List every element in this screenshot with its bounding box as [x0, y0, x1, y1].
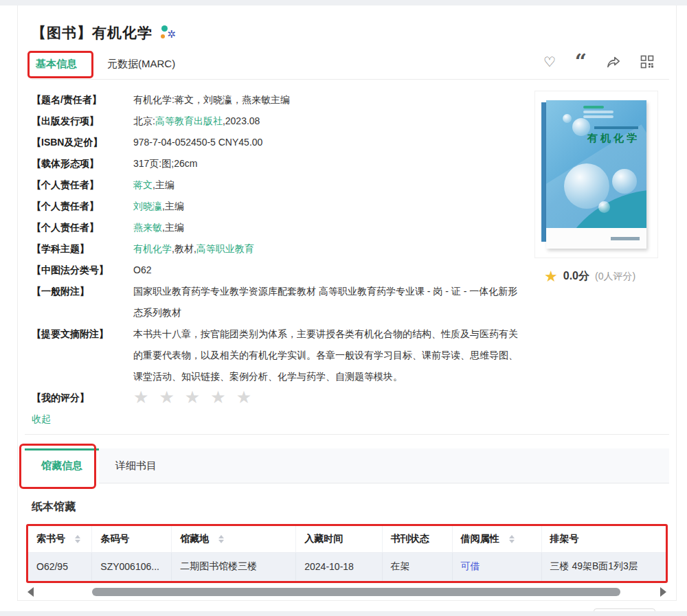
detail-value: 刘晓瀛,主编 [133, 196, 522, 217]
rating-score: 0.0分 [563, 269, 589, 284]
detail-body: 【题名/责任者】有机化学:蒋文，刘晓瀛，燕来敏主编【出版发行项】北京:高等教育出… [25, 89, 669, 411]
detail-row: 【ISBN及定价】978-7-04-052450-5 CNY45.00 [32, 132, 522, 153]
detail-row: 【个人责任者】蒋文,主编 [32, 174, 522, 196]
detail-link[interactable]: 刘晓瀛 [133, 201, 162, 212]
star-icon: ★ [544, 270, 558, 284]
detail-value: 978-7-04-052450-5 CNY45.00 [133, 132, 522, 153]
detail-label: 【我的评分】 [32, 387, 133, 411]
column-header-label: 排架号 [550, 533, 579, 544]
detail-text: 有机化学:蒋文，刘晓瀛，燕来敏主编 [133, 94, 290, 105]
detail-text: ,主编 [153, 179, 174, 190]
detail-text: 国家职业教育药学专业教学资源库配套教材 高等职业教育药学专业课 - 岗 - 证 … [133, 286, 517, 318]
tab-detailed-bibliography[interactable]: 详细书目 [99, 448, 173, 483]
scrollbar-track[interactable] [36, 588, 657, 596]
detail-label: 【中图法分类号】 [32, 260, 133, 281]
tab-marc-metadata[interactable]: 元数据(MARC) [107, 58, 175, 71]
cell-text: 2024-10-18 [304, 561, 354, 572]
book-front: 有机化学 [546, 100, 646, 249]
detail-label: 【学科主题】 [32, 238, 133, 260]
cell-text: 二期图书馆楼三楼 [180, 560, 257, 571]
detail-value: 北京:高等教育出版社,2023.08 [133, 111, 522, 132]
detail-row: 【个人责任者】刘晓瀛,主编 [32, 196, 522, 217]
cell-text: 三楼 49架B面1列3层 [550, 560, 638, 571]
detail-text: ,2023.08 [223, 115, 260, 126]
table-cell: 三楼 49架B面1列3层 [541, 552, 666, 581]
flower-icon: ✲ [161, 25, 176, 41]
book-cover: 有机化学 [534, 91, 658, 258]
scroll-left-arrow-icon[interactable] [27, 587, 34, 597]
detail-link[interactable]: 蒋文 [133, 179, 153, 190]
table-cell: 在架 [382, 552, 452, 581]
sort-icon[interactable] [75, 535, 80, 543]
table-cell: 可借 [452, 552, 541, 581]
table-cell: 2024-10-18 [296, 552, 382, 581]
detail-row: 【一般附注】国家职业教育药学专业教学资源库配套教材 高等职业教育药学专业课 - … [32, 281, 522, 323]
page-title: 【图书】有机化学 [32, 23, 153, 43]
detail-link[interactable]: 高等职业教育 [196, 243, 254, 254]
detail-value: ★★★★★ [133, 387, 522, 411]
page-title-row: 【图书】有机化学 ✲ [25, 5, 669, 43]
cell-text: 在架 [391, 560, 410, 571]
detail-text: 317页:图;26cm [133, 158, 197, 169]
detail-value: O62 [133, 260, 522, 281]
page-top-strip [0, 0, 687, 5]
column-header: 馆藏地 [172, 526, 296, 552]
detail-row: 【提要文摘附注】本书共十八章，按官能团类别为体系，主要讲授各类有机化合物的结构、… [32, 323, 522, 387]
scroll-right-arrow-icon[interactable] [660, 587, 666, 597]
column-header-label: 馆藏地 [180, 533, 209, 544]
detail-list: 【题名/责任者】有机化学:蒋文，刘晓瀛，燕来敏主编【出版发行项】北京:高等教育出… [32, 89, 534, 411]
page-bottom-strip [0, 611, 687, 616]
detail-text: ,教材, [172, 243, 196, 254]
detail-value: 燕来敏,主编 [133, 217, 522, 238]
heart-icon[interactable]: ♡ [543, 54, 556, 70]
column-header: 排架号 [541, 526, 666, 552]
borrowable-link[interactable]: 可借 [461, 560, 480, 571]
detail-row: 【中图法分类号】O62 [32, 260, 522, 281]
column-header-label: 索书号 [36, 533, 65, 544]
detail-label: 【个人责任者】 [32, 174, 133, 196]
detail-link[interactable]: 有机化学 [133, 243, 172, 254]
tab-holdings-info[interactable]: 馆藏信息 [25, 448, 99, 483]
detail-label: 【一般附注】 [32, 281, 133, 323]
rating-summary: ★ 0.0分 (0人评分) [544, 269, 669, 284]
section-divider [25, 434, 669, 435]
detail-row: 【题名/责任者】有机化学:蒋文，刘晓瀛，燕来敏主编 [32, 89, 522, 111]
scrollbar-thumb[interactable] [92, 588, 620, 596]
table-body: O62/95SZY006106...二期图书馆楼三楼2024-10-18在架可借… [28, 552, 666, 581]
column-header-label: 入藏时间 [304, 533, 343, 544]
sort-icon[interactable] [509, 535, 515, 543]
detail-text: 978-7-04-052450-5 CNY45.00 [133, 137, 262, 148]
top-tab-bar: 基本信息 元数据(MARC) ♡ “ [32, 58, 669, 80]
column-header: 入藏时间 [296, 526, 382, 552]
detail-label: 【ISBN及定价】 [32, 132, 133, 153]
my-rating-stars[interactable]: ★★★★★ [133, 387, 262, 407]
column-header: 条码号 [92, 526, 172, 552]
sort-icon[interactable] [218, 535, 224, 543]
book-detail-page: 【图书】有机化学 ✲ 基本信息 元数据(MARC) ♡ “ [17, 5, 677, 601]
detail-label: 【出版发行项】 [32, 111, 133, 132]
column-header: 借阅属性 [452, 526, 541, 552]
quote-icon[interactable]: “ [575, 56, 587, 67]
detail-value: 蒋文,主编 [133, 174, 522, 196]
table-cell: SZY006106... [92, 552, 172, 581]
qrcode-icon[interactable] [640, 55, 654, 69]
share-icon[interactable] [606, 55, 621, 69]
detail-row: 【学科主题】有机化学,教材,高等职业教育 [32, 238, 522, 260]
paper-holdings-title: 纸本馆藏 [32, 500, 669, 514]
column-header-label: 借阅属性 [461, 533, 499, 544]
annotation-box-table: 索书号条码号馆藏地入藏时间书刊状态借阅属性排架号 O62/95SZY006106… [26, 524, 668, 583]
detail-row: 【载体形态项】317页:图;26cm [32, 153, 522, 174]
detail-text: O62 [133, 264, 151, 275]
table-header-row: 索书号条码号馆藏地入藏时间书刊状态借阅属性排架号 [28, 526, 666, 552]
detail-value: 本书共十八章，按官能团类别为体系，主要讲授各类有机化合物的结构、性质及与医药有关… [133, 323, 522, 387]
detail-value: 有机化学,教材,高等职业教育 [133, 238, 522, 260]
detail-text: ,主编 [162, 222, 184, 233]
collapse-link[interactable]: 收起 [32, 413, 51, 426]
cell-text: O62/95 [36, 561, 68, 572]
detail-link[interactable]: 燕来敏 [133, 222, 162, 233]
table-cell: O62/95 [28, 552, 92, 581]
tab-basic-info[interactable]: 基本信息 [36, 58, 77, 71]
detail-value: 有机化学:蒋文，刘晓瀛，燕来敏主编 [133, 89, 522, 111]
detail-label: 【提要文摘附注】 [32, 323, 133, 387]
detail-link[interactable]: 高等教育出版社 [155, 115, 223, 126]
